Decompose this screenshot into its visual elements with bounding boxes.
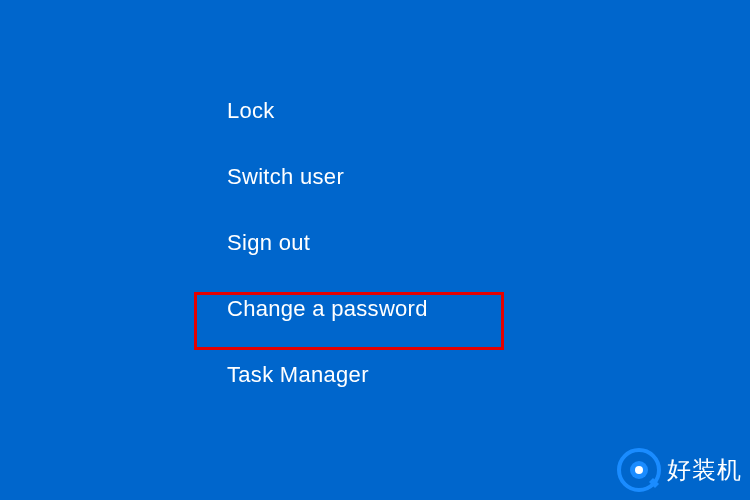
switch-user-option[interactable]: Switch user: [215, 144, 440, 210]
svg-point-2: [635, 466, 643, 474]
change-password-option[interactable]: Change a password: [215, 276, 440, 342]
watermark: 好装机: [617, 448, 742, 492]
sign-out-option[interactable]: Sign out: [215, 210, 440, 276]
watermark-text: 好装机: [667, 454, 742, 486]
task-manager-option[interactable]: Task Manager: [215, 342, 440, 408]
security-options-menu: Lock Switch user Sign out Change a passw…: [215, 78, 440, 408]
watermark-logo-icon: [617, 448, 661, 492]
lock-option[interactable]: Lock: [215, 78, 440, 144]
